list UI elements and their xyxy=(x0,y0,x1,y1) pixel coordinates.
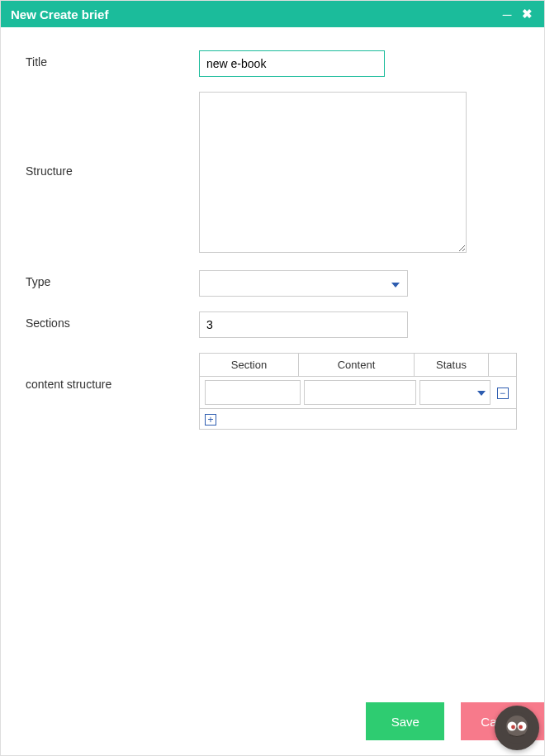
grid-header-section: Section xyxy=(200,354,299,376)
minimize-icon[interactable]: ─ xyxy=(500,7,514,21)
content-structure-grid: Section Content Status xyxy=(199,353,517,430)
grid-status-select[interactable] xyxy=(419,380,490,405)
assistant-avatar-icon[interactable] xyxy=(495,706,539,750)
add-row-icon[interactable]: + xyxy=(205,414,216,426)
sections-label: Sections xyxy=(26,311,199,330)
close-icon[interactable]: ✖ xyxy=(519,7,534,21)
form-body: Title Structure Type Sections content st… xyxy=(1,27,544,461)
type-label: Type xyxy=(26,270,199,288)
window-title: New Create brief xyxy=(11,7,108,21)
save-button[interactable]: Save xyxy=(366,702,444,740)
svg-point-4 xyxy=(511,725,515,730)
grid-section-input[interactable] xyxy=(205,380,301,405)
sections-input[interactable] xyxy=(199,311,408,338)
structure-textarea[interactable] xyxy=(199,92,467,253)
type-select[interactable] xyxy=(199,270,408,297)
svg-point-5 xyxy=(519,725,523,730)
grid-header-status: Status xyxy=(415,354,489,376)
grid-row: − xyxy=(200,377,516,409)
grid-content-input[interactable] xyxy=(304,380,416,405)
remove-row-icon[interactable]: − xyxy=(497,388,509,399)
content-structure-label: content structure xyxy=(26,353,199,391)
window-titlebar: New Create brief ─ ✖ xyxy=(1,1,544,27)
title-label: Title xyxy=(26,50,199,69)
title-input[interactable] xyxy=(199,50,385,77)
grid-header-action xyxy=(489,354,516,376)
structure-label: Structure xyxy=(26,92,199,178)
grid-header-content: Content xyxy=(299,354,415,376)
